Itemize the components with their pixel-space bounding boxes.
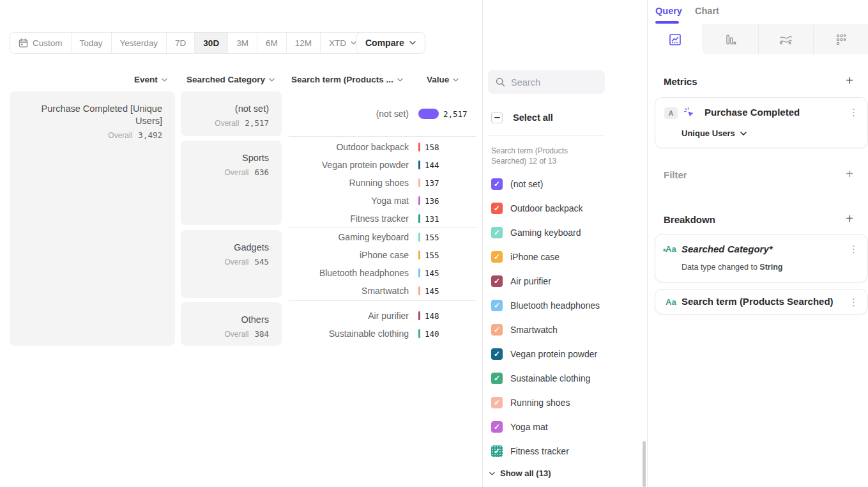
legend-checkbox[interactable]: ✓	[491, 227, 503, 238]
category-name: Others	[188, 314, 269, 326]
legend-checkbox[interactable]: ✓	[491, 300, 503, 311]
term-row[interactable]: Vegan protein powder144	[289, 156, 476, 174]
category-card[interactable]: OthersOverall384	[181, 302, 282, 346]
category-card[interactable]: (not set)Overall2,517	[181, 91, 282, 136]
add-breakdown-button[interactable]: +	[842, 212, 857, 226]
column-header-search-term[interactable]: Search term (Products ...	[291, 75, 403, 84]
legend-item[interactable]: ✓Yoga mat	[491, 421, 600, 433]
compare-button[interactable]: Compare	[356, 32, 425, 54]
term-value: 137	[425, 178, 439, 188]
range-6m[interactable]: 6M	[257, 33, 287, 53]
term-row[interactable]: Running shoes137	[289, 174, 476, 192]
add-filter-button[interactable]: +	[842, 167, 857, 181]
legend-search-box[interactable]	[488, 70, 605, 94]
legend-checkbox[interactable]: ✓	[491, 445, 503, 457]
range-30d[interactable]: 30D	[195, 33, 228, 53]
term-row[interactable]: iPhone case155	[289, 246, 476, 264]
category-card[interactable]: SportsOverall636	[181, 141, 282, 225]
view-tab-retention[interactable]	[813, 24, 868, 54]
legend-item-label: Bluetooth headphones	[510, 300, 600, 311]
term-row[interactable]: Sustainable clothing140	[289, 325, 476, 343]
term-row[interactable]: Fitness tracker131	[289, 210, 476, 228]
legend-item[interactable]: ✓Smartwatch	[491, 324, 600, 336]
kebab-menu-icon[interactable]: ⋮	[849, 244, 858, 255]
legend-item[interactable]: ✓Gaming keyboard	[491, 227, 600, 238]
metric-card[interactable]: A Purchase Completed ⋮ Unique Users	[655, 97, 868, 148]
category-card[interactable]: GadgetsOverall545	[181, 230, 282, 298]
show-all-link[interactable]: Show all (13)	[489, 468, 551, 478]
legend-item[interactable]: ✓Running shoes	[491, 397, 600, 408]
range-custom[interactable]: Custom	[10, 33, 72, 53]
breakdown-card[interactable]: Aa Search term (Products Searched) ⋮	[655, 289, 868, 314]
chevron-down-icon	[162, 78, 167, 82]
term-row[interactable]: Gaming keyboard155	[289, 228, 476, 246]
metrics-heading: Metrics	[664, 76, 697, 87]
legend-item[interactable]: ✓Sustainable clothing	[491, 373, 600, 384]
measure-dropdown[interactable]: Unique Users	[681, 128, 747, 138]
range-label: Today	[80, 38, 103, 48]
tab-query[interactable]: Query	[655, 6, 682, 16]
term-value: 148	[425, 311, 439, 321]
legend-checkbox[interactable]: ✓	[491, 397, 503, 408]
term-row[interactable]: Bluetooth headphones145	[289, 264, 476, 282]
legend-item-label: Gaming keyboard	[510, 228, 581, 238]
range-label: 12M	[295, 38, 312, 48]
range-12m[interactable]: 12M	[287, 33, 321, 53]
column-header-searched-category[interactable]: Searched Category	[187, 75, 275, 84]
breakdown-name: Searched Category*	[681, 244, 773, 254]
term-row[interactable]: (not set)2,517	[289, 105, 476, 123]
range-today[interactable]: Today	[72, 33, 112, 53]
view-tab-funnels[interactable]	[703, 24, 758, 54]
tab-chart[interactable]: Chart	[695, 6, 719, 16]
select-all-label: Select all	[513, 112, 553, 123]
range-label: 3M	[236, 38, 248, 48]
legend-item[interactable]: ✓Fitness tracker	[491, 445, 600, 457]
term-row[interactable]: Smartwatch145	[289, 282, 476, 300]
kebab-menu-icon[interactable]: ⋮	[849, 297, 858, 308]
legend-item[interactable]: ✓Bluetooth headphones	[491, 300, 600, 311]
group-separator	[289, 136, 476, 137]
flows-icon	[778, 33, 793, 47]
legend-item[interactable]: ✓Air purifier	[491, 275, 600, 287]
select-all-row[interactable]: Select all	[491, 112, 553, 123]
header-label: Event	[134, 75, 158, 84]
term-row[interactable]: Yoga mat136	[289, 192, 476, 210]
range-7d[interactable]: 7D	[167, 33, 195, 53]
legend-filter-panel: Select all Search term (Products Searche…	[482, 0, 647, 487]
legend-item-label: Yoga mat	[510, 422, 548, 432]
breakdown-card[interactable]: Aa* Searched Category* ⋮ Data type chang…	[655, 234, 868, 282]
term-label: Air purifier	[289, 311, 409, 321]
view-tab-flows[interactable]	[758, 24, 814, 54]
range-label: Custom	[33, 38, 63, 48]
range-yesterday[interactable]: Yesterday	[112, 33, 167, 53]
event-card[interactable]: Purchase Completed [Unique Users] Overal…	[10, 91, 175, 346]
range-3m[interactable]: 3M	[228, 33, 257, 53]
kebab-menu-icon[interactable]: ⋮	[849, 107, 858, 118]
column-header-event[interactable]: Event	[134, 75, 167, 84]
select-all-checkbox[interactable]	[491, 112, 503, 123]
legend-checkbox[interactable]: ✓	[491, 275, 503, 287]
legend-checkbox[interactable]: ✓	[491, 251, 503, 263]
legend-item[interactable]: ✓Outdoor backpack	[491, 203, 600, 214]
value-bar	[418, 178, 420, 187]
chevron-down-icon	[740, 132, 747, 135]
legend-item[interactable]: ✓iPhone case	[491, 251, 600, 263]
term-row[interactable]: Air purifier148	[289, 307, 476, 325]
legend-checkbox[interactable]: ✓	[491, 348, 503, 360]
add-metric-button[interactable]: +	[842, 73, 857, 88]
column-header-value[interactable]: Value	[427, 75, 459, 84]
string-property-icon: Aa*	[666, 244, 680, 254]
view-tab-insights[interactable]	[648, 24, 703, 54]
legend-item-label: Running shoes	[510, 398, 570, 408]
legend-item[interactable]: ✓(not set)	[491, 178, 600, 190]
legend-checkbox[interactable]: ✓	[491, 421, 503, 433]
scrollbar-thumb[interactable]	[643, 441, 646, 487]
legend-item[interactable]: ✓Vegan protein powder	[491, 348, 600, 360]
legend-checkbox[interactable]: ✓	[491, 324, 503, 336]
legend-checkbox[interactable]: ✓	[491, 178, 503, 190]
legend-checkbox[interactable]: ✓	[491, 373, 503, 384]
term-label: Vegan protein powder	[289, 160, 409, 170]
legend-search-input[interactable]	[511, 77, 594, 88]
term-row[interactable]: Outdoor backpack158	[289, 138, 476, 156]
legend-checkbox[interactable]: ✓	[491, 203, 503, 214]
